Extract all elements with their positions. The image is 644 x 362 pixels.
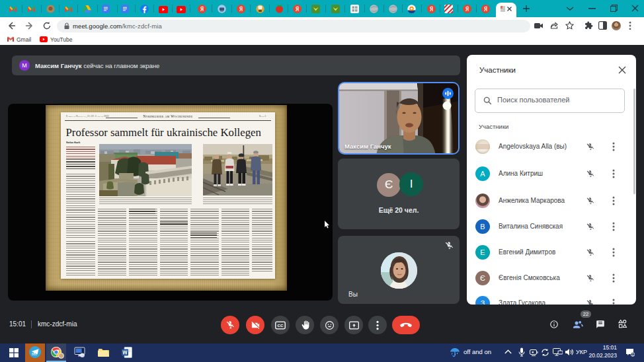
- svg-text:CC: CC: [278, 323, 284, 328]
